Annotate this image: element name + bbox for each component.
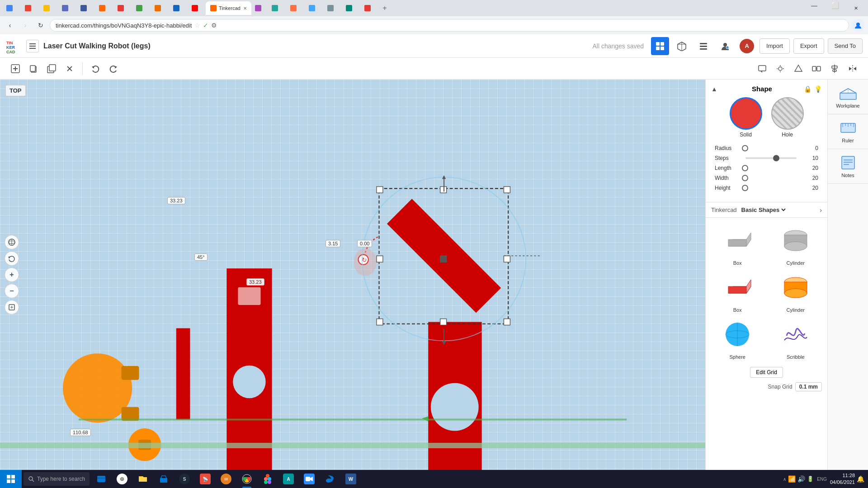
tab-2[interactable] [20, 1, 38, 15]
tab-16[interactable] [323, 1, 340, 15]
tab-12[interactable] [252, 1, 266, 15]
tab-14[interactable] [286, 1, 303, 15]
rotate-btn[interactable] [5, 251, 19, 266]
group-btn[interactable] [808, 61, 825, 77]
back-btn[interactable]: ‹ [4, 19, 16, 32]
taskbar-search[interactable]: Type here to search [24, 472, 90, 486]
lock-icon[interactable]: 🔒 [804, 85, 811, 93]
taskbar-app-explorer[interactable] [91, 470, 111, 488]
new-tab-btn[interactable]: + [378, 2, 391, 14]
duplicate-btn[interactable] [43, 61, 60, 77]
library-item-box-gray[interactable]: Box [710, 222, 765, 266]
orbit-btn[interactable] [5, 235, 19, 249]
send-to-btn[interactable]: Send To [828, 38, 863, 54]
bookmark-icon[interactable]: ☆ [194, 22, 200, 29]
taskbar-app-arduino[interactable]: A [278, 470, 298, 488]
user-btn[interactable]: + [716, 37, 734, 55]
import-btn[interactable]: Import [760, 38, 790, 54]
tab-6[interactable] [94, 1, 112, 15]
tab-10[interactable] [169, 1, 186, 15]
zoom-in-btn[interactable]: + [5, 267, 19, 282]
width-input-circle[interactable] [742, 175, 748, 181]
library-category-select[interactable]: Basic Shapes [740, 206, 787, 214]
avatar-btn[interactable]: A [738, 37, 756, 55]
tab-1[interactable] [2, 1, 19, 15]
comment-btn[interactable] [754, 61, 770, 77]
taskbar-app-steam[interactable]: S [175, 470, 194, 488]
layers-btn[interactable] [694, 37, 712, 55]
tab-close-btn[interactable]: ✕ [243, 6, 247, 11]
taskbar-app-chrome[interactable] [237, 470, 257, 488]
library-item-sphere[interactable]: Sphere [710, 316, 765, 360]
library-item-scribble[interactable]: Scribble [769, 316, 823, 360]
copy-btn[interactable] [25, 61, 42, 77]
tab-active[interactable]: Tinkercad ✕ [206, 1, 251, 15]
start-btn[interactable] [0, 470, 22, 488]
edit-grid-btn[interactable]: Edit Grid [750, 367, 783, 378]
taskbar-app-figma[interactable] [258, 470, 278, 488]
fit-btn[interactable] [5, 300, 19, 314]
tab-5[interactable] [76, 1, 94, 15]
taskbar-app-word[interactable]: W [341, 470, 361, 488]
profile-btn[interactable] [852, 19, 864, 32]
snap-grid-value[interactable]: 0.1 mm [795, 382, 822, 391]
lightbulb-icon[interactable]: 💡 [814, 85, 822, 93]
notes-btn[interactable]: Notes [828, 149, 868, 184]
refresh-btn[interactable]: ↻ [34, 19, 47, 32]
canvas-area[interactable]: ↻ TOP [0, 80, 705, 470]
3d-view-btn[interactable] [673, 37, 691, 55]
undo-btn[interactable] [87, 61, 104, 77]
tab-4[interactable] [57, 1, 75, 15]
mirror-btn[interactable] [844, 61, 861, 77]
align-btn[interactable] [826, 61, 843, 77]
taskbar-app-search[interactable]: ⊕ [112, 470, 132, 488]
tab-3[interactable] [39, 1, 57, 15]
taskbar-app-files[interactable] [133, 470, 153, 488]
notifications-icon[interactable]: 🔔 [857, 475, 864, 483]
tab-11[interactable] [187, 1, 205, 15]
settings-icon[interactable]: ⚙ [211, 22, 217, 29]
zoom-out-btn[interactable]: − [5, 284, 19, 298]
library-item-cylinder-gray[interactable]: Cylinder [769, 222, 823, 266]
tab-8[interactable] [132, 1, 149, 15]
tab-15[interactable] [304, 1, 322, 15]
shape-btn[interactable] [790, 61, 807, 77]
grid-view-btn[interactable] [651, 37, 669, 55]
project-menu-btn[interactable] [26, 40, 39, 52]
ruler-btn[interactable]: Ruler [828, 114, 868, 149]
taskbar-app-store[interactable] [154, 470, 174, 488]
new-shape-btn[interactable] [7, 61, 24, 77]
window-minimize[interactable]: — [804, 0, 825, 12]
taskbar-app-email[interactable]: ✉ [216, 470, 236, 488]
library-item-cylinder-orange[interactable]: Cylinder [769, 269, 823, 313]
solid-btn[interactable]: Solid [730, 97, 762, 138]
taskbar-app-comm[interactable]: 📡 [195, 470, 215, 488]
window-close[interactable]: ✕ [845, 0, 866, 16]
taskbar-chevron[interactable]: ∧ [783, 477, 786, 482]
steps-slider[interactable] [745, 157, 797, 159]
tab-9[interactable] [150, 1, 168, 15]
light-btn[interactable] [772, 61, 788, 77]
tinkercad-logo[interactable]: TIN KER CAD [5, 38, 22, 54]
volume-icon[interactable]: 🔊 [797, 475, 805, 483]
workplane-btn[interactable]: Workplane [828, 80, 868, 114]
length-input-circle[interactable] [742, 165, 748, 171]
extensions-icon[interactable]: ✓ [203, 22, 208, 29]
library-item-box-red[interactable]: Box [710, 269, 765, 313]
library-expand-icon[interactable]: › [820, 206, 822, 214]
taskbar-app-zoom[interactable] [299, 470, 319, 488]
tab-13[interactable] [267, 1, 285, 15]
tab-18[interactable] [360, 1, 377, 15]
export-btn[interactable]: Export [793, 38, 824, 54]
redo-btn[interactable] [105, 61, 122, 77]
collapse-btn[interactable]: ▲ [711, 85, 717, 93]
forward-btn[interactable]: › [19, 19, 32, 32]
height-input-circle[interactable] [742, 185, 748, 191]
address-bar[interactable]: tinkercad.com/things/boVNGaqN3Y8-epic-ha… [50, 19, 849, 32]
radius-input-circle[interactable] [742, 145, 748, 151]
hole-btn[interactable]: Hole [771, 97, 804, 138]
tab-7[interactable] [113, 1, 131, 15]
taskbar-app-edge[interactable] [320, 470, 340, 488]
window-maximize[interactable]: ⬜ [825, 0, 845, 12]
tab-17[interactable] [341, 1, 359, 15]
